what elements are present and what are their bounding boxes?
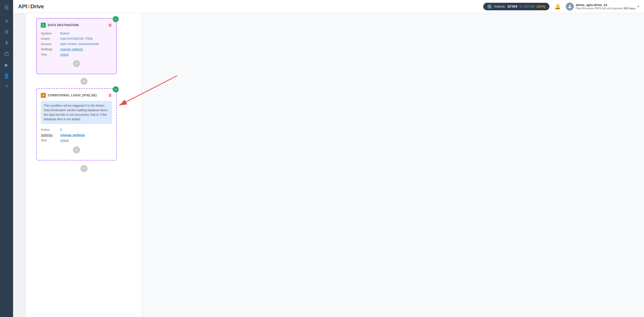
bell-icon[interactable]: 🔔 [554, 4, 561, 10]
avatar [566, 3, 574, 11]
sidebar-item-play[interactable]: ▶ [2, 60, 11, 69]
card-2-delete[interactable]: 🗑 [108, 93, 112, 98]
chevron-down-icon: ▾ [637, 5, 639, 8]
access-label: Access [41, 42, 57, 46]
action-value: Add DATABASE ITEM [60, 37, 93, 41]
settings-value-2[interactable]: change settings [60, 133, 85, 137]
header-right: i Actions: 22'064 of 100'000 (22%) 🔔 dem… [483, 3, 639, 11]
add-step-btn-connector[interactable]: + [80, 78, 88, 85]
card-conditional-logic: ✓ 4 CONDITIONAL LOGIC (IF/ELSE) 🗑 This c… [36, 88, 117, 161]
sidebar-item-home[interactable]: ⌂ [2, 16, 11, 25]
test-value-1[interactable]: check [60, 53, 69, 56]
main-content: ✓ 1 DATA DESTINATION 🗑 System Notion Act… [26, 13, 644, 317]
card-1-header: 1 DATA DESTINATION 🗑 [41, 23, 112, 28]
logo-drive: Drive [30, 3, 44, 10]
card-1-delete[interactable]: 🗑 [108, 23, 112, 27]
sidebar-item-grid[interactable]: ⊞ [2, 27, 11, 36]
action-label-2: Action [41, 128, 57, 132]
settings-label-2: Settings [41, 133, 57, 137]
sidebar-item-briefcase[interactable] [2, 49, 11, 58]
card-1-number: 1 [41, 23, 46, 28]
sidebar-item-user[interactable]: 👤 [2, 71, 11, 81]
logo-x: X [27, 3, 30, 10]
sidebar-item-dollar[interactable]: $ [2, 38, 11, 47]
action-value-2: If [60, 128, 62, 132]
svg-rect-0 [5, 53, 9, 56]
card-1-rows: System Notion Action Add DATABASE ITEM A… [41, 31, 112, 57]
right-panel [142, 13, 644, 317]
settings-label-1: Settings [41, 47, 57, 51]
user-info[interactable]: demo_apix-drive_s3 Plan |Premium PRO| le… [566, 3, 639, 11]
card-1-title: DATA DESTINATION [48, 23, 106, 27]
access-value: ApiX Notion (maverickandr [60, 42, 99, 46]
flow-canvas: ✓ 1 DATA DESTINATION 🗑 System Notion Act… [26, 13, 142, 317]
logo: APIXDrive [18, 3, 44, 10]
actions-pct: (22%) [537, 5, 545, 8]
sidebar-item-help[interactable]: ? [2, 83, 11, 92]
add-step-btn-bottom[interactable]: + [80, 165, 88, 172]
card-2-number: 4 [41, 93, 46, 98]
card-row-settings-2: Settings change settings [41, 132, 112, 138]
test-value-2[interactable]: check [60, 138, 69, 142]
card-data-destination: ✓ 1 DATA DESTINATION 🗑 System Notion Act… [36, 18, 117, 74]
card-check-1: ✓ [113, 16, 119, 22]
sidebar: ☰ ⌂ ⊞ $ ▶ 👤 ? [0, 0, 13, 317]
add-step-btn-inside-2[interactable]: + [73, 146, 80, 153]
header: APIXDrive i Actions: 22'064 of 100'000 (… [13, 0, 644, 13]
card-2-rows: Action If Settings change settings [41, 127, 112, 143]
test-label-2: Test [41, 138, 57, 142]
card-row-action: Action Add DATABASE ITEM [41, 36, 112, 41]
info-icon: i [487, 4, 492, 9]
user-name: demo_apix-drive_s3 [576, 3, 635, 7]
card-row-test-1: Test check [41, 52, 112, 57]
system-label: System [41, 31, 57, 35]
card-row-access: Access ApiX Notion (maverickandr [41, 41, 112, 47]
svg-point-1 [569, 5, 571, 7]
actions-badge: i Actions: 22'064 of 100'000 (22%) [483, 3, 549, 10]
user-plan: Plan |Premium PRO| left until payment 25… [576, 7, 635, 10]
add-step-btn-inside-1[interactable]: + [73, 60, 80, 67]
logo-api: API [18, 3, 27, 10]
card-row-test-2: Test check [41, 138, 112, 143]
card-2-header: 4 CONDITIONAL LOGIC (IF/ELSE) 🗑 [41, 93, 112, 98]
actions-label: Actions: [494, 5, 505, 8]
actions-used: 22'064 [507, 5, 517, 8]
card-2-title: CONDITIONAL LOGIC (IF/ELSE) [48, 94, 106, 97]
settings-value-1[interactable]: change settings [60, 47, 83, 51]
card-row-action-2: Action If [41, 127, 112, 132]
system-value: Notion [60, 31, 70, 35]
user-details: demo_apix-drive_s3 Plan |Premium PRO| le… [576, 3, 635, 10]
action-label: Action [41, 37, 57, 41]
card-row-system: System Notion [41, 31, 112, 36]
card-2-description: This condition will be triggered if in t… [41, 101, 112, 124]
menu-icon[interactable]: ☰ [2, 3, 11, 12]
actions-total: of 100'000 [519, 5, 535, 8]
test-label-1: Test [41, 53, 57, 56]
card-check-2: ✓ [113, 86, 119, 92]
card-row-settings-1: Settings change settings [41, 47, 112, 52]
